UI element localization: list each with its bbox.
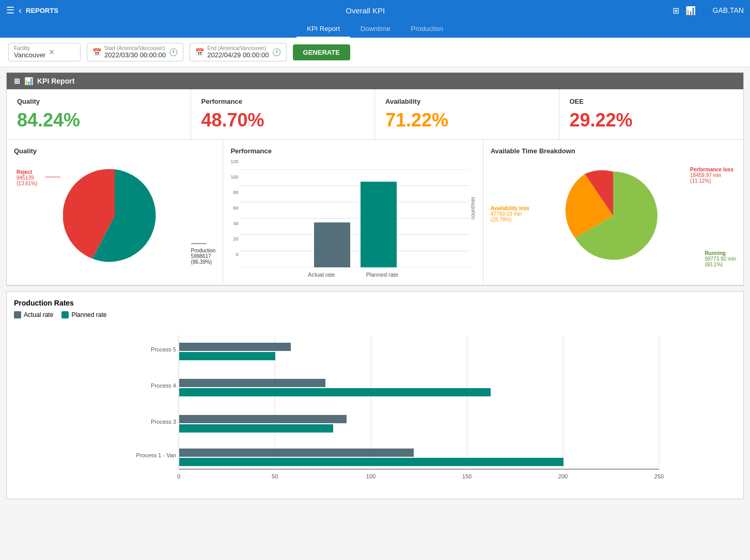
process5-actual-bar [179, 343, 291, 351]
actual-rate-label: Actual rate [308, 271, 335, 278]
avail-loss-annotation: Availability loss 47769.03 min (28.78%) [491, 205, 529, 222]
oee-metric: OEE 29.22% [559, 89, 744, 139]
clear-facility-icon[interactable]: ✕ [49, 48, 55, 56]
oee-value: 29.22% [570, 109, 733, 131]
process5-planned-bar [179, 352, 275, 360]
calendar-end-icon: 📅 [195, 48, 204, 56]
quality-chart-panel: Quality Reject 945139 (13.61%) [7, 140, 223, 285]
grid-view-icon[interactable]: ⊞ [673, 6, 679, 15]
production-rates-section: Production Rates Actual rate Planned rat… [6, 291, 744, 499]
svg-text:50: 50 [272, 473, 278, 479]
svg-text:150: 150 [462, 473, 472, 479]
kpi-section: ⊞ 📊 KPI Report Quality 84.24% Performanc… [6, 72, 744, 286]
tab-kpi-report[interactable]: KPI Report [296, 21, 350, 38]
bar-chart-icon: 📊 [24, 77, 33, 85]
tab-production[interactable]: Production [401, 21, 454, 38]
legend-planned-rate: Planned rate [61, 311, 106, 318]
legend-actual-rate: Actual rate [14, 311, 53, 318]
planned-rate-bar [361, 182, 397, 267]
header-right: ⊞ 📊 👤 GAB.TAN [673, 6, 744, 15]
availability-chart-panel: Available Time Breakdown Performance [483, 140, 743, 285]
tab-downtime[interactable]: Downtime [350, 21, 401, 38]
running-annotation: Running 99773.92 min (60.1%) [705, 250, 736, 267]
process4-label: Process 4 [151, 382, 176, 389]
svg-text:0: 0 [177, 473, 180, 479]
clock-start-icon[interactable]: 🕐 [169, 48, 178, 56]
perf-loss-annotation: Performance loss 18459.97 min (11.12%) [690, 167, 733, 184]
grid-icon: ⊞ [14, 77, 20, 85]
production-rates-chart: 0 50 100 150 200 250 Process 5 Process 4… [14, 325, 736, 490]
filter-row: Facility Vancouver ✕ 📅 Start (America/Va… [0, 38, 750, 67]
kpi-section-header: ⊞ 📊 KPI Report [7, 73, 743, 89]
svg-text:100: 100 [366, 473, 376, 479]
performance-metric: Performance 48.70% [191, 89, 376, 139]
process1-actual-bar [179, 449, 414, 457]
start-date-filter[interactable]: 📅 Start (America/Vancouver) 2022/03/30 0… [87, 43, 183, 61]
actual-rate-legend-dot [14, 311, 21, 318]
reject-annotation: Reject 945139 (13.61%) [17, 169, 38, 186]
generate-button[interactable]: GENERATE [293, 44, 350, 60]
actual-rate-legend-label: Actual rate [24, 311, 53, 318]
availability-chart-title: Available Time Breakdown [491, 147, 736, 155]
end-date-filter[interactable]: 📅 End (America/Vancouver) 2022/04/29 00:… [190, 43, 286, 61]
clock-end-icon[interactable]: 🕐 [272, 48, 281, 56]
svg-text:200: 200 [558, 473, 568, 479]
planned-rate-legend-label: Planned rate [71, 311, 106, 318]
facility-filter[interactable]: Facility Vancouver ✕ [8, 43, 81, 61]
production-annotation: Production 5998617 (86.39%) [191, 240, 216, 265]
quality-label: Quality [17, 98, 180, 105]
process3-planned-bar [179, 424, 333, 433]
y-axis-label: count/min [470, 159, 476, 257]
quality-pie-chart [63, 164, 166, 267]
performance-label: Performance [201, 98, 365, 105]
sub-tabs: KPI Report Downtime Production [0, 21, 750, 38]
chart-view-icon[interactable]: 📊 [685, 6, 696, 15]
performance-value: 48.70% [201, 109, 365, 131]
quality-metric: Quality 84.24% [7, 89, 191, 139]
kpi-section-title: KPI Report [37, 77, 74, 85]
svg-text:250: 250 [654, 473, 664, 479]
top-header: ☰ ‹ REPORTS Overall KPI ⊞ 📊 👤 GAB.TAN [0, 0, 750, 21]
production-rates-legend: Actual rate Planned rate [14, 311, 736, 318]
header-left: ☰ ‹ REPORTS [6, 5, 58, 16]
planned-rate-legend-dot [61, 311, 69, 318]
page-title: Overall KPI [346, 6, 385, 15]
process3-actual-bar [179, 415, 347, 423]
process5-label: Process 5 [151, 346, 176, 353]
facility-label: Facility Vancouver [14, 45, 45, 59]
process3-label: Process 3 [151, 419, 176, 425]
process4-actual-bar [179, 379, 325, 387]
quality-chart-title: Quality [14, 147, 215, 155]
process4-planned-bar [179, 388, 491, 396]
charts-row: Quality Reject 945139 (13.61%) [7, 140, 743, 285]
oee-label: OEE [570, 98, 733, 105]
calendar-start-icon: 📅 [92, 48, 101, 56]
performance-chart-title: Performance [230, 147, 475, 155]
reports-label[interactable]: REPORTS [26, 7, 58, 14]
actual-rate-bar [314, 222, 350, 267]
performance-chart-panel: Performance 120 100 80 60 40 20 0 [223, 140, 483, 285]
back-icon[interactable]: ‹ [19, 5, 22, 16]
process1-label: Process 1 - Van [136, 452, 176, 458]
availability-label: Availability [385, 98, 549, 105]
quality-value: 84.24% [17, 109, 180, 131]
availability-pie-chart [564, 167, 662, 265]
planned-rate-label: Planned rate [366, 271, 398, 278]
menu-icon[interactable]: ☰ [6, 5, 14, 16]
availability-metric: Availability 71.22% [375, 89, 559, 139]
user-icon[interactable]: 👤 GAB.TAN [702, 6, 744, 14]
kpi-metrics-row: Quality 84.24% Performance 48.70% Availa… [7, 89, 743, 140]
availability-value: 71.22% [385, 109, 549, 131]
production-rates-title: Production Rates [14, 299, 736, 307]
process1-planned-bar [179, 458, 564, 466]
